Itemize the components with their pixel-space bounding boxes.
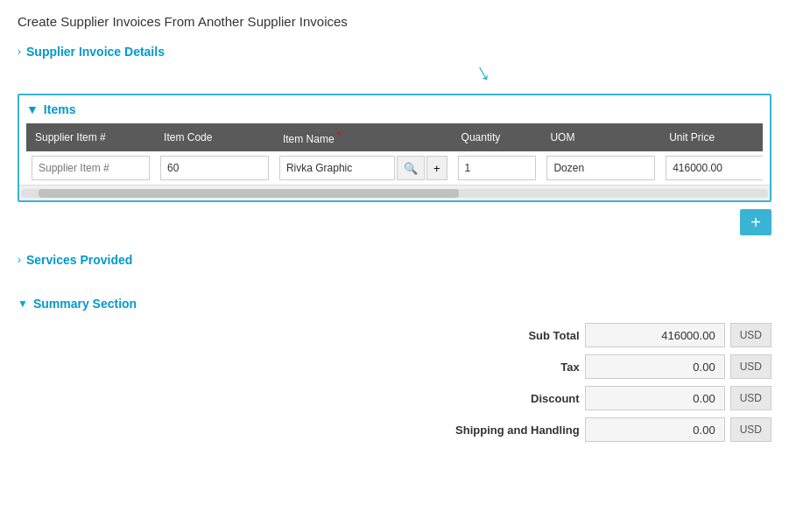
page-title: Create Supplier Invoices From Another Su… <box>18 14 771 29</box>
cell-quantity <box>453 151 542 185</box>
discount-row: Discount 0.00 USD <box>18 386 771 410</box>
subtotal-currency: USD <box>730 323 771 347</box>
discount-label: Discount <box>440 392 580 405</box>
items-table-wrapper: Supplier Item # Item Code Item Name * Qu… <box>26 123 763 185</box>
col-header-unit-price: Unit Price <box>660 123 763 151</box>
discount-value: 0.00 <box>585 386 725 410</box>
arrow-down-icon: ↓ <box>469 58 494 88</box>
discount-currency: USD <box>730 386 771 410</box>
supplier-invoice-details-header[interactable]: › Supplier Invoice Details <box>18 45 771 59</box>
required-star: * <box>337 130 341 140</box>
summary-section: ▼ Summary Section Sub Total 416000.00 US… <box>18 297 771 442</box>
chevron-down-icon: ▼ <box>26 102 39 116</box>
cell-item-code <box>155 151 274 185</box>
col-header-uom: UOM <box>541 123 660 151</box>
items-section-title[interactable]: ▼ Items <box>26 102 763 116</box>
add-row-button[interactable]: + <box>740 209 771 235</box>
summary-section-header[interactable]: ▼ Summary Section <box>18 297 771 311</box>
items-section-box: ▼ Items Supplier Item # Item Code Item N… <box>18 94 771 202</box>
item-name-cell-inner: 🔍 + <box>279 156 447 180</box>
cell-supplier-item <box>26 151 155 185</box>
tax-label: Tax <box>440 360 580 374</box>
services-provided-section: › Services Provided <box>18 249 771 279</box>
supplier-invoice-details-label: Supplier Invoice Details <box>26 45 165 59</box>
item-add-button[interactable]: + <box>426 156 447 180</box>
horizontal-scrollbar[interactable] <box>19 185 770 200</box>
subtotal-value: 416000.00 <box>585 323 725 347</box>
subtotal-row: Sub Total 416000.00 USD <box>18 323 771 347</box>
cell-item-name: 🔍 + <box>274 151 453 185</box>
shipping-label: Shipping and Handling <box>440 424 580 437</box>
scrollbar-thumb <box>39 189 459 198</box>
item-name-input[interactable] <box>279 156 395 180</box>
unit-price-input[interactable] <box>666 156 763 180</box>
services-provided-label: Services Provided <box>26 253 132 267</box>
cell-uom <box>541 151 660 185</box>
services-provided-header[interactable]: › Services Provided <box>18 253 771 267</box>
add-row-button-row: + <box>18 209 771 235</box>
scrollbar-track <box>21 189 768 198</box>
uom-input[interactable] <box>546 156 655 180</box>
chevron-right-services-icon: › <box>18 254 21 266</box>
tax-value: 0.00 <box>585 354 725 379</box>
shipping-value: 0.00 <box>585 417 725 442</box>
supplier-item-input[interactable] <box>32 156 150 180</box>
item-code-input[interactable] <box>160 156 269 180</box>
shipping-currency: USD <box>730 417 771 442</box>
col-header-quantity: Quantity <box>453 123 542 151</box>
item-search-button[interactable]: 🔍 <box>397 156 425 180</box>
cell-unit-price <box>660 151 763 185</box>
items-inner: ▼ Items Supplier Item # Item Code Item N… <box>19 95 770 185</box>
shipping-row: Shipping and Handling 0.00 USD <box>18 417 771 442</box>
col-header-item-name: Item Name * <box>274 123 453 151</box>
items-label: Items <box>44 102 76 116</box>
col-header-supplier-item: Supplier Item # <box>26 123 155 151</box>
table-row: 🔍 + <box>26 151 763 185</box>
tax-row: Tax 0.00 USD <box>18 354 771 379</box>
chevron-down-summary-icon: ▼ <box>18 298 28 310</box>
tax-currency: USD <box>730 354 771 379</box>
chevron-right-icon: › <box>18 46 21 58</box>
col-header-item-code: Item Code <box>155 123 274 151</box>
summary-section-label: Summary Section <box>33 297 137 311</box>
arrow-indicator: ↓ <box>193 59 771 87</box>
quantity-input[interactable] <box>458 156 537 180</box>
subtotal-label: Sub Total <box>440 329 580 342</box>
summary-rows: Sub Total 416000.00 USD Tax 0.00 USD Dis… <box>18 323 771 442</box>
items-table: Supplier Item # Item Code Item Name * Qu… <box>26 123 763 185</box>
table-header-row: Supplier Item # Item Code Item Name * Qu… <box>26 123 763 151</box>
